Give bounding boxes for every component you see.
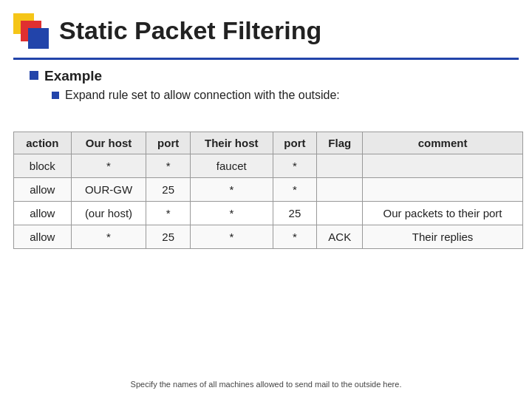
col-their-host: Their host — [191, 132, 273, 154]
bullet-square-icon — [30, 71, 38, 80]
footnote: Specify the names of all machines allowe… — [131, 380, 402, 389]
cell-port2: * — [273, 225, 317, 249]
cell-port1: 25 — [146, 178, 191, 202]
cell-action: allow — [14, 202, 72, 225]
cell-comment — [363, 178, 523, 202]
table-row: allow(our host)**25Our packets to their … — [14, 202, 523, 225]
col-comment: comment — [363, 132, 523, 154]
cell-comment: Their replies — [363, 225, 523, 249]
sub-bullet-icon — [52, 92, 59, 99]
table-header-row: action Our host port Their host port Fla… — [14, 132, 523, 154]
cell-our-host: * — [71, 154, 146, 178]
col-our-host: Our host — [71, 132, 146, 154]
cell-flag: ACK — [317, 225, 363, 249]
rules-table: action Our host port Their host port Fla… — [13, 132, 523, 249]
cell-action: allow — [14, 225, 72, 249]
rules-table-container: action Our host port Their host port Fla… — [13, 132, 523, 249]
table-row: allowOUR-GW25** — [14, 178, 523, 202]
main-bullet-row: Example — [30, 68, 340, 84]
main-bullet-text: Example — [44, 68, 102, 84]
cell-comment: Our packets to their port — [363, 202, 523, 225]
cell-flag — [317, 178, 363, 202]
cell-port1: * — [146, 154, 191, 178]
cell-port1: * — [146, 202, 191, 225]
col-port-2: port — [273, 132, 317, 154]
decorative-blocks — [13, 13, 52, 56]
cell-action: block — [14, 154, 72, 178]
cell-flag — [317, 202, 363, 225]
bullet-section: Example Expand rule set to allow connect… — [30, 68, 340, 102]
page-title: Static Packet Filtering — [59, 16, 321, 45]
cell-our-host: OUR-GW — [71, 178, 146, 202]
title-divider — [13, 58, 519, 60]
col-port-1: port — [146, 132, 191, 154]
cell-action: allow — [14, 178, 72, 202]
table-row: block**faucet* — [14, 154, 523, 178]
cell-port2: * — [273, 154, 317, 178]
cell-their-host: faucet — [191, 154, 273, 178]
cell-flag — [317, 154, 363, 178]
cell-their-host: * — [191, 225, 273, 249]
cell-their-host: * — [191, 202, 273, 225]
cell-port2: * — [273, 178, 317, 202]
col-flag: Flag — [317, 132, 363, 154]
cell-their-host: * — [191, 178, 273, 202]
cell-our-host: (our host) — [71, 202, 146, 225]
cell-our-host: * — [71, 225, 146, 249]
cell-comment — [363, 154, 523, 178]
cell-port1: 25 — [146, 225, 191, 249]
deco-blue — [28, 28, 49, 49]
cell-port2: 25 — [273, 202, 317, 225]
sub-bullet-text: Expand rule set to allow connection with… — [65, 89, 340, 102]
table-row: allow*25**ACKTheir replies — [14, 225, 523, 249]
sub-bullet-row: Expand rule set to allow connection with… — [52, 89, 340, 102]
col-action: action — [14, 132, 72, 154]
